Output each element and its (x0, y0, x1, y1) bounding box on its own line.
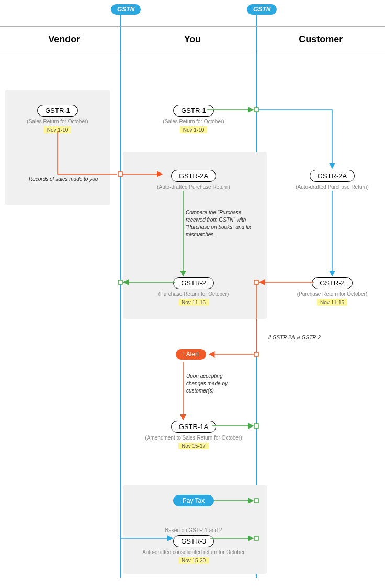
node-cust-gstr2a: GSTR-2A (Auto-drafted Purchase Return) (282, 170, 382, 190)
you-gstr2-title: GSTR-2 (173, 277, 214, 289)
cust-gstr2a-title: GSTR-2A (310, 170, 355, 182)
you-gstr1a-date: Nov 15-17 (178, 443, 209, 449)
node-you-gstr3: Based on GSTR 1 and 2 GSTR-3 Auto-drafte… (133, 525, 254, 564)
node-you-gstr2: GSTR-2 (Purchase Return for October) Nov… (144, 277, 243, 306)
you-gstr2a-sub: (Auto-drafted Purchase Return) (144, 184, 243, 190)
you-gstr1a-title: GSTR-1A (171, 421, 216, 433)
accept-note: Upon accepting changes made by customer(… (186, 373, 244, 395)
you-gstr1-title: GSTR-1 (173, 105, 214, 117)
vendor-gstr1-sub: (Sales Return for October) (13, 119, 102, 124)
you-gstr1-date: Nov 1-10 (180, 126, 208, 133)
you-gstr2-sub: (Purchase Return for October) (144, 291, 243, 297)
cust-gstr2-date: Nov 11-15 (317, 299, 347, 306)
vendor-gstn-lifeline (120, 5, 121, 578)
vendor-gstr1-date: Nov 1-10 (44, 126, 72, 133)
lane-header: Vendor You Customer (0, 26, 385, 52)
gstn-badge-left: GSTN (111, 4, 141, 15)
you-gstr3-sub: Auto-drafted consolidated return for Oct… (133, 549, 254, 555)
you-gstr2a-title: GSTR-2A (171, 170, 216, 182)
you-gstr2-date: Nov 11-15 (178, 299, 209, 306)
node-cust-gstr2: GSTR-2 (Purchase Return for October) Nov… (282, 277, 382, 306)
vendor-note: Records of sales made to you (29, 176, 98, 182)
you-gstr1-sub: (Sales Return for October) (149, 119, 238, 124)
node-you-gstr1a: GSTR-1A (Amendment to Sales Return for O… (133, 421, 254, 450)
lane-customer: Customer (257, 27, 385, 52)
node-vendor-gstr1: GSTR-1 (Sales Return for October) Nov 1-… (13, 105, 102, 134)
gstn-badge-right: GSTN (247, 4, 277, 15)
lane-you: You (128, 27, 256, 52)
node-you-gstr1: GSTR-1 (Sales Return for October) Nov 1-… (149, 105, 238, 134)
cust-gstr2-title: GSTR-2 (312, 277, 353, 289)
mismatch-note: if GSTR 2A ≄ GSTR 2 (268, 335, 321, 340)
node-alert: ! Alert (160, 349, 222, 360)
lane-vendor: Vendor (0, 27, 128, 52)
compare-note: Compare the "Purchase received from GSTN… (186, 209, 254, 238)
paytax-label: Pay Tax (173, 495, 214, 506)
vendor-gstr1-title: GSTR-1 (37, 105, 78, 117)
cust-gstr2a-sub: (Auto-drafted Purchase Return) (282, 184, 382, 190)
node-paytax: Pay Tax (157, 495, 230, 506)
you-gstr3-date: Nov 15-20 (178, 557, 209, 564)
alert-label: ! Alert (176, 349, 207, 360)
cust-gstr2-sub: (Purchase Return for October) (282, 291, 382, 297)
you-gstr3-title: GSTR-3 (173, 535, 214, 547)
you-gstr1a-sub: (Amendment to Sales Return for October) (133, 435, 254, 441)
node-you-gstr2a: GSTR-2A (Auto-drafted Purchase Return) (144, 170, 243, 190)
gstr3-pre: Based on GSTR 1 and 2 (133, 527, 254, 533)
